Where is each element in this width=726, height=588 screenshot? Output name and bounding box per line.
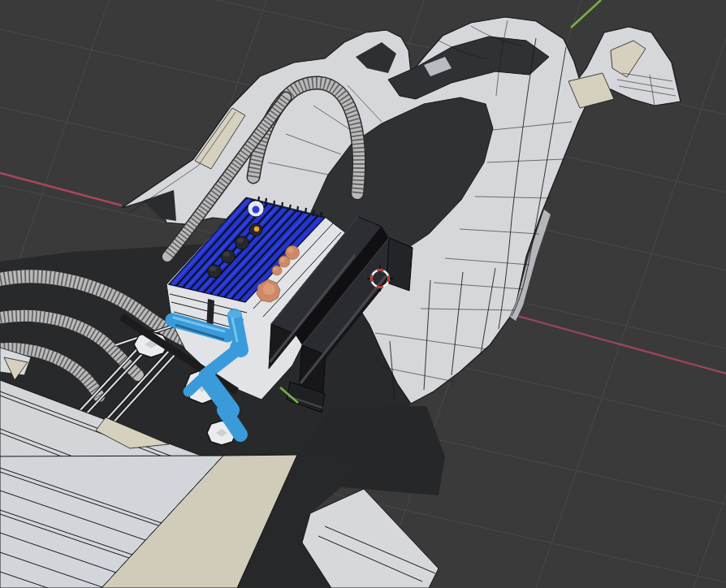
- y-axis-line: [571, 0, 601, 28]
- wing-endplate: [302, 489, 439, 588]
- orange-cap-dot: [254, 227, 259, 231]
- 3d-viewport[interactable]: [0, 0, 726, 588]
